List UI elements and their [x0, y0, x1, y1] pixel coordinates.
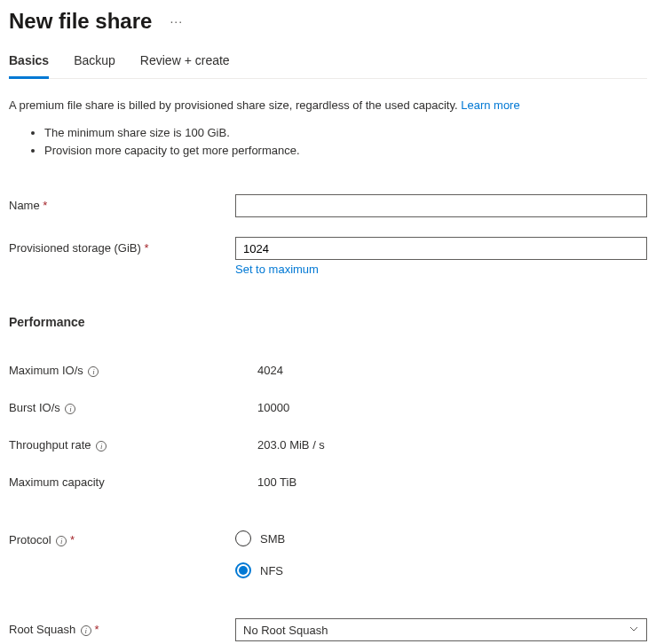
info-icon[interactable]: i [65, 404, 75, 414]
root-squash-select[interactable]: No Root Squash [235, 618, 647, 641]
root-squash-value: No Root Squash [243, 624, 328, 637]
tab-bar: Basics Backup Review + create [9, 53, 647, 79]
performance-header: Performance [9, 315, 647, 329]
info-icon[interactable]: i [81, 625, 91, 636]
max-ios-value: 4024 [257, 359, 283, 377]
tab-backup[interactable]: Backup [74, 53, 115, 79]
bullet-item: The minimum share size is 100 GiB. [44, 124, 647, 142]
protocol-radio-nfs[interactable]: NFS [235, 562, 647, 578]
max-ios-label: Maximum IO/s i [9, 359, 257, 377]
info-icon[interactable]: i [88, 366, 99, 377]
burst-ios-value: 10000 [257, 397, 289, 414]
more-actions-icon[interactable]: ··· [170, 14, 183, 28]
radio-icon [235, 562, 251, 578]
learn-more-link[interactable]: Learn more [461, 98, 519, 112]
protocol-radio-smb[interactable]: SMB [235, 530, 647, 546]
info-icon[interactable]: i [96, 441, 107, 452]
set-to-maximum-link[interactable]: Set to maximum [235, 263, 319, 276]
storage-input[interactable] [235, 237, 647, 260]
tab-basics[interactable]: Basics [9, 53, 49, 79]
bullet-item: Provision more capacity to get more perf… [44, 142, 647, 160]
burst-ios-label: Burst IO/s i [9, 397, 257, 414]
radio-icon [235, 530, 251, 546]
max-capacity-label: Maximum capacity [9, 471, 257, 489]
root-squash-label: Root Squash i * [9, 618, 235, 636]
chevron-down-icon [628, 624, 639, 637]
intro-text: A premium file share is billed by provis… [9, 98, 647, 112]
throughput-label: Throughput rate i [9, 434, 257, 452]
page-title: New file share [9, 9, 152, 34]
storage-label: Provisioned storage (GiB) * [9, 237, 235, 255]
name-label: Name * [9, 194, 235, 212]
info-icon[interactable]: i [56, 536, 67, 546]
tab-review-create[interactable]: Review + create [140, 53, 230, 79]
protocol-label: Protocol i * [9, 529, 235, 546]
intro-bullets: The minimum share size is 100 GiB. Provi… [9, 124, 647, 159]
max-capacity-value: 100 TiB [257, 471, 296, 489]
name-input[interactable] [235, 194, 647, 217]
throughput-value: 203.0 MiB / s [257, 434, 325, 452]
